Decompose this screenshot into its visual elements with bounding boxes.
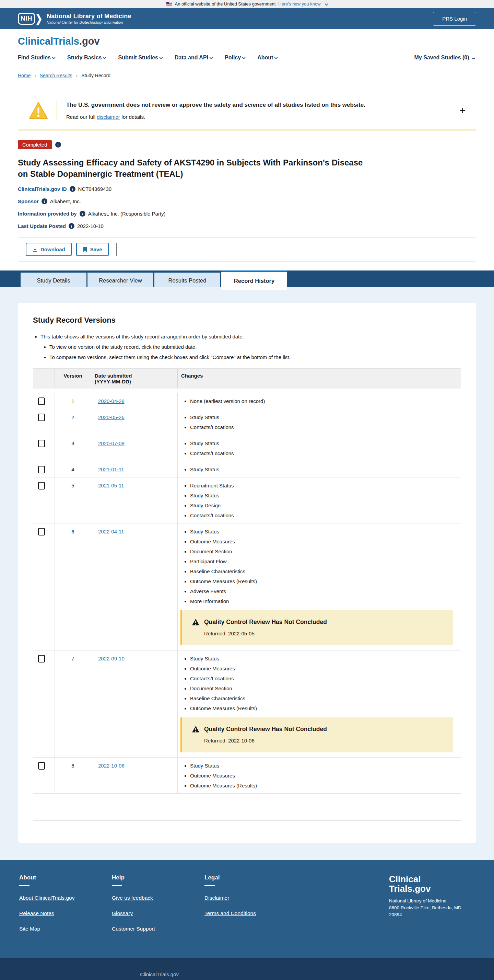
version-date-link[interactable]: 2020-05-26	[98, 414, 124, 420]
usa-gov-banner: An official website of the United States…	[0, 0, 494, 8]
info-icon[interactable]: i	[70, 186, 75, 192]
download-button[interactable]: Download	[26, 243, 72, 256]
disclaimer-title: The U.S. government does not review or a…	[66, 102, 365, 108]
footer-ct-label: ClinicalTrials.gov	[140, 971, 459, 977]
qc-warning-title: Quality Control Review Has Not Concluded	[204, 725, 327, 733]
nih-logo-chevron: ❯	[35, 12, 43, 25]
nav-item-find-studies[interactable]: Find Studies	[18, 54, 55, 61]
table-instructions: This table shows all the versions of thi…	[33, 334, 461, 360]
compare-checkbox-version-6[interactable]	[38, 528, 45, 536]
change-item: Study Design	[190, 503, 453, 508]
footer-link-give-us-feedback[interactable]: Give us feedback	[112, 895, 205, 901]
version-date-link[interactable]: 2022-10-06	[98, 763, 124, 768]
tab-study-details[interactable]: Study Details	[21, 272, 86, 287]
version-date-link[interactable]: 2021-01-11	[98, 466, 124, 473]
change-item: Outcome Measures	[190, 666, 453, 671]
nlm-footer-logo[interactable]: NIH ❯ National Library of Medicine Natio…	[16, 976, 121, 980]
main-nav: Find StudiesStudy BasicsSubmit StudiesDa…	[18, 54, 476, 67]
changes-list: None (earliest version on record)	[190, 398, 453, 404]
footer-link-customer-support[interactable]: Customer Support	[112, 926, 205, 932]
version-date-link[interactable]: 2021-05-11	[98, 483, 124, 488]
changes-list: Study StatusOutcome MeasuresOutcome Meas…	[190, 763, 453, 789]
version-row-6: 62022-04-11Study StatusOutcome MeasuresD…	[33, 523, 461, 651]
version-date-link[interactable]: 2020-04-28	[98, 398, 124, 404]
versions-table: Version Date submitted (YYYY-MM-DD) Chan…	[33, 368, 461, 821]
nih-logo[interactable]: NIH ❯	[18, 13, 43, 25]
footer-link-glossary[interactable]: Glossary	[112, 910, 205, 916]
footer-link-site-map[interactable]: Site Map	[19, 926, 112, 932]
download-icon	[32, 247, 38, 252]
compare-checkbox-version-3[interactable]	[38, 440, 45, 447]
qc-warning-title: Quality Control Review Has Not Concluded	[204, 619, 327, 626]
change-item: Study Status	[190, 441, 453, 446]
info-icon[interactable]: i	[68, 223, 75, 229]
nav-item-data-and-api[interactable]: Data and API	[175, 54, 212, 61]
disclaimer-link[interactable]: disclaimer	[97, 114, 120, 120]
breadcrumb-home-link[interactable]: Home	[18, 73, 30, 78]
heres-how-you-know-link[interactable]: Here's how you know	[278, 2, 321, 6]
changes-list: Study StatusOutcome MeasuresContacts/Loc…	[190, 655, 453, 711]
tab-results-posted[interactable]: Results Posted	[154, 272, 220, 287]
divider	[19, 885, 30, 886]
tab-record-history[interactable]: Record History	[221, 270, 287, 290]
nav-item-policy[interactable]: Policy	[225, 54, 245, 61]
header-gap	[33, 388, 461, 393]
tab-band: Study Details Researcher View Results Po…	[0, 270, 494, 287]
nav-item-submit-studies[interactable]: Submit Studies	[118, 54, 162, 61]
chevron-down-icon	[210, 56, 213, 59]
study-id-value: NCT04369430	[78, 186, 112, 192]
divider	[57, 101, 57, 120]
footer-link-terms-and-conditions[interactable]: Terms and Conditions	[205, 910, 297, 916]
column-header-changes: Changes	[177, 369, 461, 388]
version-row-7: 72022-09-10Study StatusOutcome MeasuresC…	[33, 651, 461, 757]
change-item: Outcome Measures	[190, 773, 453, 778]
clinicaltrials-logo[interactable]: ClinicalTrials.gov	[18, 36, 476, 47]
compare-checkbox-version-1[interactable]	[38, 398, 45, 405]
last-update-posted-value: 2022-10-10	[77, 223, 103, 229]
nav-item-about[interactable]: About	[257, 54, 277, 61]
footer-column-heading: Legal	[205, 874, 297, 881]
compare-checkbox-version-5[interactable]	[38, 482, 45, 490]
version-date-link[interactable]: 2022-04-11	[98, 529, 124, 535]
change-item: Study Status	[190, 493, 453, 498]
info-icon[interactable]: i	[55, 142, 61, 148]
version-number: 2	[54, 409, 91, 435]
version-row-2: 22020-05-26Study StatusContacts/Location…	[33, 409, 461, 435]
info-icon[interactable]: i	[79, 211, 86, 216]
footer-link-disclaimer[interactable]: Disclaimer	[205, 895, 297, 901]
changes-list: Study StatusOutcome MeasuresDocument Sec…	[190, 529, 453, 604]
breadcrumb-search-results-link[interactable]: Search Results	[40, 73, 72, 78]
footer-link-release-notes[interactable]: Release Notes	[19, 910, 112, 916]
info-icon[interactable]: i	[41, 199, 47, 204]
column-header-date: Date submitted (YYYY-MM-DD)	[91, 369, 177, 388]
version-number: 4	[54, 461, 91, 477]
version-number: 5	[54, 477, 91, 523]
version-date-link[interactable]: 2022-09-10	[98, 655, 124, 662]
tab-researcher-view[interactable]: Researcher View	[87, 272, 153, 287]
change-item: Study Status	[190, 763, 453, 768]
prs-login-button[interactable]: PRS Login	[433, 12, 476, 26]
compare-checkbox-version-2[interactable]	[38, 414, 45, 421]
footer-address: National Library of Medicine 8600 Rockvi…	[389, 897, 475, 918]
version-date-link[interactable]: 2020-07-08	[98, 441, 124, 446]
qc-returned-date: Returned: 2022-05-05	[204, 630, 443, 636]
change-item: Outcome Measures (Results)	[190, 578, 453, 584]
site-footer: AboutAbout ClinicalTrials.govRelease Not…	[0, 860, 494, 958]
divider	[205, 885, 215, 886]
column-header-version: Version	[54, 369, 91, 388]
footer-link-about-clinicaltrials-gov[interactable]: About ClinicalTrials.gov	[19, 895, 112, 901]
nlm-subtitle: National Center for Biotechnology Inform…	[47, 20, 131, 24]
expand-disclaimer-button[interactable]: +	[459, 105, 465, 116]
my-saved-studies-link[interactable]: My Saved Studies (0) →	[415, 54, 477, 61]
compare-checkbox-version-7[interactable]	[38, 655, 45, 662]
change-item: Contacts/Locations	[190, 450, 453, 456]
save-button[interactable]: Save	[76, 243, 109, 256]
nav-item-study-basics[interactable]: Study Basics	[67, 54, 106, 61]
quality-control-warning: Quality Control Review Has Not Concluded…	[180, 610, 453, 645]
footer-column-help: HelpGive us feedbackGlossaryCustomer Sup…	[112, 874, 205, 941]
status-badge: Completed	[18, 140, 52, 149]
change-item: Outcome Measures (Results)	[190, 705, 453, 711]
compare-checkbox-version-4[interactable]	[38, 466, 45, 473]
change-item: Participant Flow	[190, 558, 453, 564]
compare-checkbox-version-8[interactable]	[38, 762, 45, 770]
